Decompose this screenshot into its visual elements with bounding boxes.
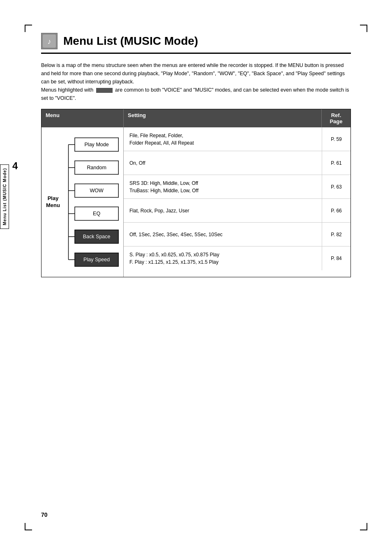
menu-tree-panel: Play Menu (42, 127, 124, 277)
menu-tree-svg: Play Mode Random WOW EQ Back Space (63, 131, 122, 274)
desc-line2: Menus highlighted with are common to bot… (41, 87, 349, 101)
setting-text-6: S. Play : x0.5, x0.625, x0.75, x0.875 Pl… (124, 247, 322, 270)
table-row: File, File Repeat, Folder,Folder Repeat,… (124, 127, 350, 151)
description: Below is a map of the menu structure see… (41, 61, 351, 102)
table-body: Play Menu (41, 127, 351, 277)
table-row: Off, 1Sec, 2Sec, 3Sec, 4Sec, 5Sec, 10Sec… (124, 223, 350, 246)
highlight-swatch (96, 88, 113, 93)
side-tab: Menu List (MUSIC Mode) (0, 164, 9, 229)
corner-mark-br (360, 523, 367, 530)
corner-mark-tl (25, 25, 32, 32)
page-title: Menu List (MUSIC Mode) (63, 35, 198, 48)
table-row: SRS 3D: High, Middle, Low, OffTruBass: H… (124, 175, 350, 199)
chapter-number: 4 (12, 160, 18, 172)
table-row: S. Play : x0.5, x0.625, x0.75, x0.875 Pl… (124, 246, 350, 270)
header-ref: Ref. Page (322, 109, 350, 127)
music-icon: ♪ (41, 33, 58, 49)
header-setting: Setting (124, 109, 322, 127)
setting-text-3: SRS 3D: High, Middle, Low, OffTruBass: H… (124, 175, 322, 198)
play-menu-label: Play Menu (43, 195, 63, 209)
page-number: 70 (41, 511, 48, 518)
tree-container: Play Menu (43, 131, 122, 274)
table-header: Menu Setting Ref. Page (41, 109, 351, 127)
setting-text-4: Flat, Rock, Pop, Jazz, User (124, 203, 322, 219)
setting-text-2: On, Off (124, 155, 322, 171)
svg-text:Random: Random (87, 165, 106, 170)
ref-text-3: P. 63 (322, 175, 350, 198)
ref-text-4: P. 66 (322, 199, 350, 222)
ref-text-1: P. 59 (322, 127, 350, 151)
svg-text:EQ: EQ (93, 211, 100, 216)
svg-text:Back Space: Back Space (83, 234, 111, 240)
table-row: Flat, Rock, Pop, Jazz, User P. 66 (124, 199, 350, 223)
svg-text:Play Mode: Play Mode (84, 142, 108, 147)
setting-text-1: File, File Repeat, Folder,Folder Repeat,… (124, 128, 322, 151)
corner-mark-tr (360, 25, 367, 32)
header-menu: Menu (42, 109, 124, 127)
svg-text:Play Speed: Play Speed (83, 257, 110, 263)
ref-text-2: P. 61 (322, 151, 350, 175)
title-area: ♪ Menu List (MUSIC Mode) (41, 33, 351, 54)
ref-text-6: P. 84 (322, 246, 350, 270)
svg-text:WOW: WOW (90, 188, 104, 193)
svg-text:♪: ♪ (48, 37, 51, 46)
setting-text-5: Off, 1Sec, 2Sec, 3Sec, 4Sec, 5Sec, 10Sec (124, 227, 322, 242)
corner-mark-bl (25, 523, 32, 530)
settings-panel: File, File Repeat, Folder,Folder Repeat,… (124, 127, 350, 277)
ref-text-5: P. 82 (322, 223, 350, 246)
table-row: On, Off P. 61 (124, 151, 350, 175)
desc-line1: Below is a map of the menu structure see… (41, 62, 345, 85)
